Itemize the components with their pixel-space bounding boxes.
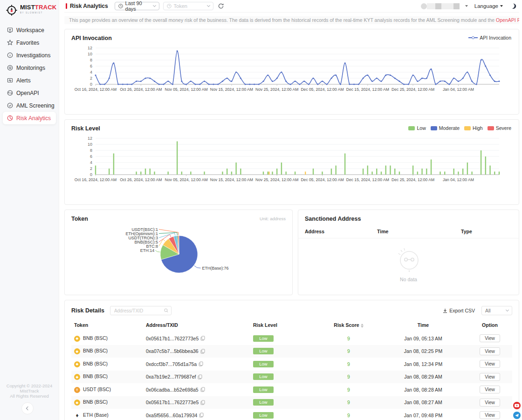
address-text[interactable]: 0x05617b1...7622773e5 [146,336,199,341]
sidebar-item-aml-screening[interactable]: AML Screening [0,99,59,112]
eth-coin-icon: ♦ [74,413,80,419]
risk-filter-value: All [485,308,506,313]
copy-icon[interactable] [200,336,205,341]
legend-item-high[interactable]: High [464,125,483,131]
address-text[interactable]: 0xa5f5656...60a179934 [146,413,197,418]
svg-text:2: 2 [90,76,92,81]
token-filter-placeholder: Token [174,3,205,9]
export-csv-button[interactable]: Export CSV [443,308,475,313]
svg-text:0: 0 [90,82,92,87]
sidebar-item-investigations[interactable]: Investigations [0,49,59,61]
copy-icon[interactable] [199,361,203,366]
sidebar-item-label: OpenAPI [16,90,39,96]
risk-level-card: Risk Level LowModerateHighSevere 0246810… [64,119,519,205]
dark-mode-toggle-moon-icon[interactable] [509,2,515,8]
column-time: Time [379,322,467,328]
sidebar-item-alerts[interactable]: Alerts [0,74,59,87]
legend-label: High [473,125,483,131]
export-csv-label: Export CSV [449,308,475,313]
search-icon [164,308,168,313]
view-button[interactable]: View [480,347,500,355]
legend-item-low[interactable]: Low [408,125,426,131]
copy-icon[interactable] [199,413,204,418]
view-button[interactable]: View [480,411,500,419]
sidebar-item-workspace[interactable]: Workspace [0,24,59,36]
date-range-select[interactable]: Last 90 days [115,2,159,10]
app-root: MISTTRACK BY SLOWMIST Workspace Favorite… [0,0,522,420]
address-text[interactable]: 0xa7b19e2...7f79687ef [146,374,196,379]
youtube-button[interactable] [513,402,521,409]
svg-text:10: 10 [88,52,92,56]
sidebar-item-monitorings[interactable]: Monitorings [0,61,59,74]
token-filter-select[interactable]: Token [163,2,213,10]
refresh-button[interactable] [218,3,224,9]
svg-text:USDT(TRON):3: USDT(TRON):3 [129,236,158,240]
sidebar-collapse-button[interactable] [21,402,34,414]
risk-score: 9 [318,387,379,393]
no-data-text: No data [400,277,417,282]
address-text[interactable]: 0xdccf3b7...705d1a75a [146,361,197,367]
svg-text:USDT(BSC):1: USDT(BSC):1 [131,227,158,232]
no-data-face-icon [394,245,424,274]
openapi-risk-score-link[interactable]: OpenAPI Risk Score [496,17,519,23]
api-invocation-legend[interactable]: API Invocation [468,35,511,41]
column-option: Option [467,322,512,328]
svg-text:4: 4 [90,70,92,75]
token-icon [167,4,172,8]
legend-item-moderate[interactable]: Moderate [431,125,460,131]
legend-item-severe[interactable]: Severe [488,125,511,131]
address-text[interactable]: 0x05617b1...7622773e5 [146,400,199,405]
copy-icon[interactable] [200,387,205,392]
risk-level-badge: Low [253,361,274,367]
search-input[interactable] [114,308,164,313]
view-button[interactable]: View [480,373,500,381]
date-range-value: Last 90 days [125,0,151,12]
view-button[interactable]: View [480,386,500,393]
brand-logo[interactable]: MISTTRACK BY SLOWMIST [0,0,59,21]
copy-icon[interactable] [198,374,202,379]
risk-level-badge: Low [253,386,274,393]
sidebar-item-label: AML Screening [16,102,55,109]
account-skeleton [421,3,460,9]
search-box[interactable] [110,306,172,315]
sidebar-item-openapi[interactable]: OpenAPI [0,87,59,99]
risk-level-badge: Low [253,335,274,342]
row-time: Jan 08, 08:28 AM [379,387,467,393]
token-sanctioned-row: Token Unit: address ETH:14BTC:8BNB(BSC):… [64,205,519,295]
token-card: Token Unit: address ETH:14BTC:8BNB(BSC):… [64,210,293,295]
svg-text:Nov 15, 2024, 12:00 AM: Nov 15, 2024, 12:00 AM [210,87,253,92]
view-button[interactable]: View [480,334,500,342]
address-text[interactable]: 0xa07c5b7...5b6bbea36 [146,348,199,354]
sort-icon[interactable] [361,324,364,328]
chevron-left-icon [26,406,30,410]
row-time: Jan 08, 08:29 AM [379,374,467,379]
sidebar-item-risk-analytics[interactable]: Risk Analytics [3,112,56,124]
risk-score: 9 [318,400,379,405]
copy-icon[interactable] [200,400,205,405]
sidebar: MISTTRACK BY SLOWMIST Workspace Favorite… [0,0,59,420]
legend-swatch [464,126,471,130]
svg-text:Nov 15, 2024, 12:00 AM: Nov 15, 2024, 12:00 AM [210,177,253,182]
svg-text:0: 0 [90,172,92,177]
svg-text:Oct 16, 2024, 12:00 AM: Oct 16, 2024, 12:00 AM [75,177,117,182]
legend-label: API Invocation [480,35,511,41]
sidebar-nav: Workspace Favorites Investigations Monit… [0,24,59,124]
svg-text:12: 12 [88,46,92,50]
sidebar-item-favorites[interactable]: Favorites [0,36,59,49]
copy-icon[interactable] [200,349,205,354]
brand-tagline: BY SLOWMIST [20,11,56,15]
risk-filter-select[interactable]: All [481,306,512,315]
telegram-button[interactable] [513,412,521,419]
page-title-text: Risk Analytics [70,3,108,9]
language-select[interactable]: Language [474,3,503,9]
bnb-coin-icon: ◆ [74,336,80,342]
column-address-txid: Address/TXID [146,322,253,328]
svg-text:Dec 15, 2024, 12:00 AM: Dec 15, 2024, 12:00 AM [346,177,389,182]
view-button[interactable]: View [480,360,500,368]
account-caret-icon[interactable] [465,5,468,7]
view-button[interactable]: View [480,399,500,406]
address-text[interactable]: 0x06cadba...b52e698a5 [146,387,199,393]
risk-score: 9 [318,413,379,418]
column-risk-score[interactable]: Risk Score [318,322,379,328]
risk-score: 9 [318,348,379,354]
